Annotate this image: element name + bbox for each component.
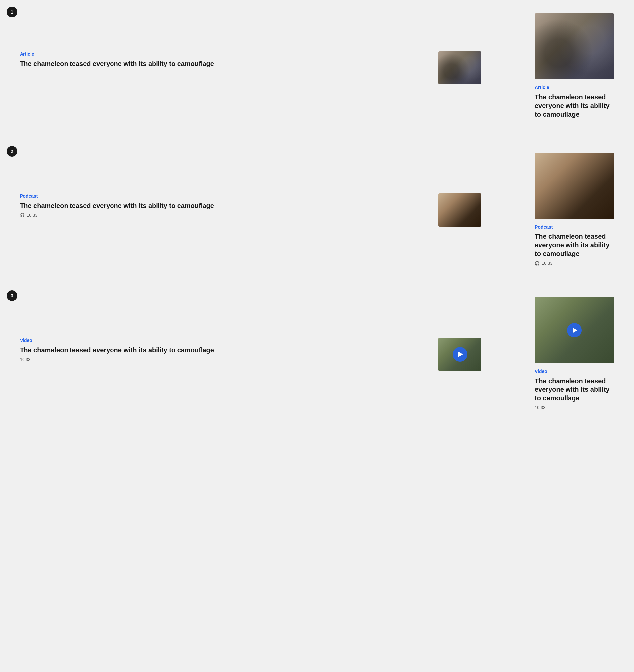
- divider-2: [508, 153, 508, 267]
- card-title-left-3: The chameleon teased everyone with its a…: [20, 346, 429, 354]
- card-title-right-2: The chameleon teased everyone with its a…: [535, 232, 614, 258]
- card-meta-left-3: 10:33: [20, 357, 429, 362]
- card-title-right-1: The chameleon teased everyone with its a…: [535, 93, 614, 119]
- divider-1: [508, 13, 508, 122]
- play-overlay-right-3[interactable]: [535, 297, 614, 363]
- section-2: 2 Podcast The chameleon teased everyone …: [0, 139, 634, 284]
- card-thumbnail-left-3: [438, 338, 482, 371]
- section-number-1: 1: [7, 7, 17, 17]
- card-thumbnail-left-1: [438, 51, 482, 85]
- play-button-left-3[interactable]: [453, 347, 467, 362]
- card-left-1[interactable]: Article The chameleon teased everyone wi…: [20, 13, 482, 122]
- card-type-left-1: Article: [20, 51, 429, 56]
- card-image-right-3: [535, 297, 614, 363]
- card-left-2[interactable]: Podcast The chameleon teased everyone wi…: [20, 153, 482, 267]
- section-number-3: 3: [7, 291, 17, 301]
- card-title-left-2: The chameleon teased everyone with its a…: [20, 201, 429, 210]
- card-title-right-3: The chameleon teased everyone with its a…: [535, 376, 614, 402]
- card-type-right-2: Podcast: [535, 224, 614, 230]
- card-title-left-1: The chameleon teased everyone with its a…: [20, 59, 429, 68]
- card-type-left-3: Video: [20, 338, 429, 343]
- headphone-icon-left-2: 🎧: [20, 213, 25, 217]
- play-triangle-right-3: [573, 328, 578, 333]
- card-left-3[interactable]: Video The chameleon teased everyone with…: [20, 297, 482, 411]
- headphone-icon-right-2: 🎧: [535, 261, 540, 265]
- section-3: 3 Video The chameleon teased everyone wi…: [0, 284, 634, 428]
- play-overlay-left-3[interactable]: [438, 338, 482, 371]
- card-meta-right-2: 🎧 10:33: [535, 261, 614, 265]
- divider-3: [508, 297, 508, 411]
- card-type-right-1: Article: [535, 85, 614, 90]
- play-triangle-left-3: [458, 352, 463, 357]
- card-right-3[interactable]: Video The chameleon teased everyone with…: [535, 297, 614, 411]
- card-meta-right-3: 10:33: [535, 405, 614, 410]
- card-right-1[interactable]: Article The chameleon teased everyone wi…: [535, 13, 614, 122]
- card-type-left-2: Podcast: [20, 193, 429, 199]
- card-image-right-2: [535, 153, 614, 219]
- card-image-right-1: [535, 13, 614, 79]
- play-button-right-3[interactable]: [567, 323, 582, 338]
- card-type-right-3: Video: [535, 369, 614, 374]
- card-right-2[interactable]: Podcast The chameleon teased everyone wi…: [535, 153, 614, 267]
- card-thumbnail-left-2: [438, 193, 482, 227]
- card-meta-left-2: 🎧 10:33: [20, 213, 429, 217]
- section-number-2: 2: [7, 146, 17, 157]
- section-1: 1 Article The chameleon teased everyone …: [0, 0, 634, 139]
